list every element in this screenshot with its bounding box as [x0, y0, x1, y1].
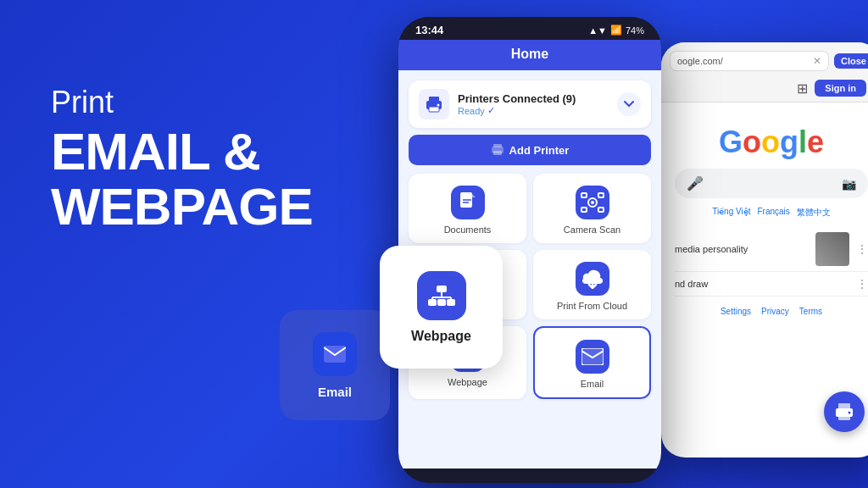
add-printer-label: Add Printer [509, 144, 570, 157]
email-icon-2 [581, 348, 604, 365]
chevron-down-icon [624, 101, 634, 108]
phone-browser: oogle.com/ ✕ Close ⊞ Sign in Google 🎤 📷 … [661, 42, 868, 458]
cloud-label: Print From Cloud [557, 301, 627, 311]
webpage-float-card[interactable]: Webpage [380, 246, 503, 369]
print-fab-icon [834, 402, 854, 421]
printer-icon-box [419, 89, 449, 119]
browser-content: Google 🎤 📷 Tiếng Việt Français 繁體中文 medi… [661, 103, 868, 324]
more-icon[interactable]: ⋮ [856, 277, 868, 291]
printer-status: Ready ✓ [458, 105, 609, 116]
mic-icon: 🎤 [687, 175, 704, 191]
grid-cell-documents[interactable]: Documents [409, 174, 526, 243]
svg-rect-22 [581, 208, 587, 212]
browser-top: oogle.com/ ✕ Close ⊞ Sign in [661, 42, 868, 103]
documents-icon-box [451, 186, 485, 219]
webpage-label: Webpage [448, 377, 487, 387]
browser-tabs-row: ⊞ Sign in [670, 76, 868, 97]
svg-rect-41 [838, 414, 850, 420]
email-icon-box [313, 332, 357, 376]
document-icon [459, 192, 477, 213]
language-links: Tiếng Việt Français 繁體中文 [675, 207, 868, 219]
email-label: Email [581, 379, 604, 389]
grid-cell-email[interactable]: Email [533, 326, 651, 399]
status-bar: 13:44 ▲▼ 📶 74% [398, 17, 661, 40]
camera-icon-box [576, 186, 609, 219]
browser-url-bar[interactable]: oogle.com/ ✕ [670, 51, 829, 71]
fab-print-button[interactable] [824, 391, 865, 432]
network-icon [428, 282, 455, 309]
grid-cell-cloud[interactable]: Print From Cloud [533, 250, 651, 319]
camera-scan-label: Camera Scan [564, 225, 620, 235]
webpage-icon-box [417, 271, 466, 320]
phone-header: Home [398, 40, 661, 70]
app-grid-top: Documents Camera Scan [409, 174, 651, 243]
svg-rect-40 [838, 403, 850, 409]
svg-rect-20 [581, 193, 587, 197]
main-title: EMAIL & WEBPAGE [51, 124, 313, 234]
url-text: oogle.com/ [677, 56, 808, 66]
add-printer-button[interactable]: Add Printer [409, 135, 651, 165]
svg-point-25 [591, 201, 594, 204]
list-item[interactable]: nd draw ⋮ [675, 272, 868, 297]
svg-point-12 [437, 104, 440, 107]
svg-rect-14 [493, 144, 502, 147]
browser-list: media personality ⋮ nd draw ⋮ [675, 227, 868, 297]
thumbnail [815, 232, 849, 266]
svg-rect-23 [598, 208, 604, 212]
sign-in-button[interactable]: Sign in [815, 80, 866, 97]
add-printer-icon [491, 143, 504, 157]
printer-name: Printers Connected (9) [458, 92, 609, 105]
left-section: Print EMAIL & WEBPAGE [51, 85, 313, 234]
svg-rect-21 [598, 193, 604, 197]
url-clear-icon[interactable]: ✕ [813, 55, 821, 67]
browser-footer: Settings Privacy Terms [675, 307, 868, 316]
print-label: Print [51, 85, 313, 120]
webpage-float-label: Webpage [411, 329, 471, 344]
cloud-icon-box [576, 262, 609, 296]
browser-close-button[interactable]: Close [834, 53, 868, 69]
svg-rect-11 [429, 107, 439, 112]
list-item[interactable]: media personality ⋮ [675, 227, 868, 272]
svg-point-42 [849, 412, 851, 414]
google-logo: Google [675, 125, 868, 160]
email-icon-box-2 [576, 340, 609, 374]
svg-rect-3 [437, 299, 446, 306]
browser-search-bar[interactable]: 🎤 📷 [675, 169, 868, 198]
documents-label: Documents [444, 225, 492, 235]
status-time: 13:44 [415, 24, 443, 36]
svg-rect-15 [493, 151, 502, 155]
printer-info: Printers Connected (9) Ready ✓ [458, 92, 609, 116]
printer-icon [425, 96, 443, 113]
grid-cell-camera[interactable]: Camera Scan [533, 174, 651, 243]
camera-scan-icon [581, 192, 604, 213]
email-icon [324, 346, 346, 363]
cloud-download-icon [581, 269, 604, 289]
email-float-label: Email [318, 385, 352, 399]
printer-card[interactable]: Printers Connected (9) Ready ✓ [409, 80, 651, 128]
status-icons: ▲▼ 📶 74% [588, 25, 644, 36]
svg-rect-10 [429, 97, 439, 102]
more-icon[interactable]: ⋮ [856, 242, 868, 256]
svg-rect-1 [437, 286, 447, 292]
camera-search-icon: 📷 [842, 177, 856, 191]
chevron-button[interactable] [617, 92, 641, 116]
grid-icon-browser[interactable]: ⊞ [797, 80, 808, 97]
email-float-card[interactable]: Email [280, 310, 390, 420]
